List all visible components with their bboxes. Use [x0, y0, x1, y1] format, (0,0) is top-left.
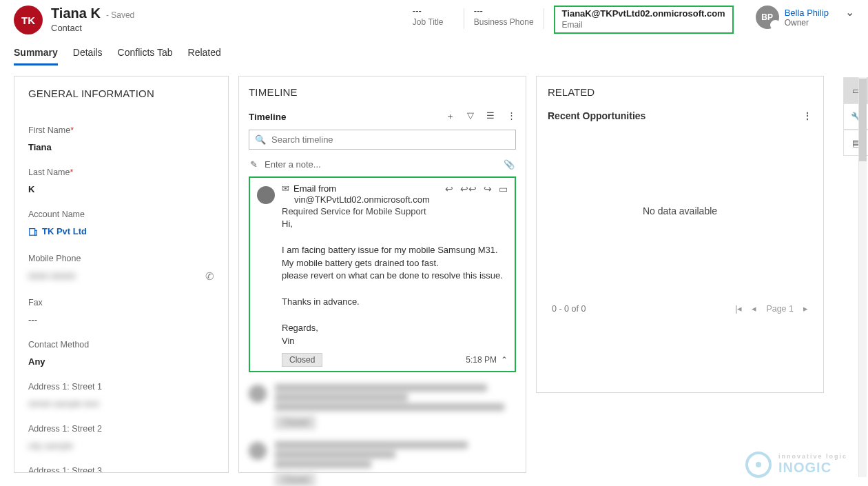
- header-separator: [544, 8, 544, 29]
- reply-all-icon[interactable]: ↩↩: [460, 183, 477, 194]
- email-time: 5:18 PM: [466, 355, 497, 365]
- contact-method-value: Any: [28, 356, 214, 367]
- related-more-icon[interactable]: ⋮: [803, 110, 812, 121]
- addr1-street1-value: street sample text: [28, 398, 99, 409]
- envelope-icon: ✉: [282, 183, 289, 194]
- timeline-email-card[interactable]: ✉ Email from ↩ ↩↩ ↪ ▭ vin@TKPvtLtd02.onm…: [249, 176, 516, 372]
- mobile-phone-field[interactable]: Mobile Phone 0000 00000 ✆: [28, 254, 214, 283]
- business-phone-field[interactable]: --- Business Phone: [474, 6, 534, 27]
- search-input[interactable]: [271, 134, 510, 145]
- tab-summary[interactable]: Summary: [14, 47, 58, 65]
- email-from-label: Email from: [293, 183, 336, 194]
- related-section-title: RELATED: [548, 86, 812, 98]
- job-title-field[interactable]: --- Job Title: [413, 6, 454, 27]
- related-panel: RELATED Recent Opportunities ⋮ No data a…: [536, 76, 824, 393]
- reply-icon[interactable]: ↩: [445, 183, 453, 194]
- content-row: GENERAL INFORMATION First Name* Tiana La…: [0, 66, 868, 473]
- general-section-title: GENERAL INFORMATION: [28, 88, 214, 99]
- timeline-item-blurred[interactable]: Closed: [249, 439, 516, 486]
- entity-type: Contact: [51, 23, 134, 33]
- account-name-label: Account Name: [28, 210, 214, 219]
- email-from-address: vin@TKPvtLtd02.onmicrosoft.com: [282, 194, 508, 205]
- tab-details[interactable]: Details: [73, 47, 103, 65]
- header-separator: [464, 8, 464, 29]
- owner-avatar: BP: [756, 6, 779, 29]
- contact-avatar: TK: [14, 6, 43, 34]
- related-pager: 0 - 0 of 0 |◂ ◂ Page 1 ▸: [548, 301, 812, 316]
- collapse-icon[interactable]: ⌃: [501, 355, 508, 365]
- job-title-value: ---: [413, 6, 454, 16]
- business-phone-value: ---: [474, 6, 534, 16]
- pager-first-icon[interactable]: |◂: [735, 303, 742, 314]
- email-label: Email: [562, 20, 725, 30]
- more-timeline-icon[interactable]: ⋮: [507, 110, 516, 123]
- account-link[interactable]: TK Pvt Ltd: [28, 226, 87, 236]
- last-name-value: K: [28, 184, 214, 194]
- sender-avatar: [257, 186, 275, 204]
- expand-header-icon[interactable]: ⌄: [845, 6, 854, 19]
- email-value: TianaK@TKPvtLtd02.onmicrosoft.com: [562, 8, 725, 19]
- logo-ring-icon: [745, 452, 772, 478]
- sort-icon[interactable]: ☰: [486, 110, 495, 123]
- pager-range: 0 - 0 of 0: [552, 304, 586, 314]
- filter-icon[interactable]: ▽: [467, 110, 474, 123]
- related-empty-text: No data available: [548, 121, 812, 301]
- last-name-field[interactable]: Last Name* K: [28, 168, 214, 194]
- addr1-street1-field[interactable]: Address 1: Street 1 street sample text: [28, 382, 214, 409]
- contact-name: Tiana K: [51, 6, 101, 21]
- svg-rect-1: [35, 230, 37, 235]
- addr1-street2-label: Address 1: Street 2: [28, 424, 214, 434]
- owner-name[interactable]: Bella Philip: [785, 8, 829, 18]
- title-block: Tiana K - Saved Contact: [51, 6, 134, 33]
- owner-role-label: Owner: [785, 18, 829, 28]
- scrollbar-thumb[interactable]: [859, 79, 867, 161]
- watermark-logo: innovative logicINOGIC: [745, 452, 847, 478]
- first-name-field[interactable]: First Name* Tiana: [28, 125, 214, 152]
- addr1-street1-label: Address 1: Street 1: [28, 382, 214, 392]
- timeline-section-title: TIMELINE: [249, 86, 516, 98]
- job-title-label: Job Title: [413, 17, 454, 27]
- mobile-phone-value: 0000 00000: [28, 271, 76, 281]
- phone-icon[interactable]: ✆: [205, 270, 214, 283]
- form-tabs: Summary Details Conflicts Tab Related: [0, 34, 868, 66]
- addr1-street3-label: Address 1: Street 3: [28, 466, 214, 474]
- note-input[interactable]: Enter a note...: [265, 159, 321, 170]
- account-name-field[interactable]: Account Name TK Pvt Ltd: [28, 210, 214, 239]
- addr1-street2-field[interactable]: Address 1: Street 2 city sample: [28, 424, 214, 451]
- timeline-item-blurred[interactable]: Closed: [249, 382, 516, 429]
- attachment-icon[interactable]: 📎: [504, 159, 515, 170]
- header-fields: --- Job Title --- Business Phone TianaK@…: [413, 6, 854, 34]
- account-icon: [28, 227, 38, 236]
- first-name-label: First Name: [28, 125, 70, 135]
- mobile-phone-label: Mobile Phone: [28, 254, 214, 263]
- last-name-label: Last Name: [28, 168, 70, 177]
- pager-next-icon[interactable]: ▸: [803, 303, 808, 314]
- email-status-chip: Closed: [282, 353, 322, 367]
- search-icon: 🔍: [255, 134, 266, 145]
- tab-conflicts[interactable]: Conflicts Tab: [118, 47, 173, 65]
- contact-method-field[interactable]: Contact Method Any: [28, 340, 214, 367]
- fax-field[interactable]: Fax ---: [28, 298, 214, 325]
- vertical-scrollbar[interactable]: [858, 77, 867, 477]
- pager-page-label: Page 1: [766, 304, 794, 314]
- pager-prev-icon[interactable]: ◂: [752, 303, 756, 314]
- add-activity-icon[interactable]: ＋: [446, 110, 455, 123]
- contact-method-label: Contact Method: [28, 340, 214, 350]
- forward-icon[interactable]: ↪: [484, 183, 492, 194]
- tab-related[interactable]: Related: [188, 47, 221, 65]
- record-header: TK Tiana K - Saved Contact --- Job Title…: [0, 0, 868, 34]
- addr1-street2-value: city sample: [28, 441, 73, 451]
- timeline-search[interactable]: 🔍: [249, 130, 516, 150]
- general-panel: GENERAL INFORMATION First Name* Tiana La…: [14, 76, 229, 473]
- open-record-icon[interactable]: ▭: [499, 183, 508, 194]
- svg-rect-0: [30, 228, 35, 235]
- email-field-highlight[interactable]: TianaK@TKPvtLtd02.onmicrosoft.com Email: [554, 6, 734, 34]
- fax-label: Fax: [28, 298, 214, 307]
- owner-block[interactable]: BP Bella Philip Owner: [756, 6, 829, 29]
- addr1-street3-field[interactable]: Address 1: Street 3: [28, 466, 214, 474]
- email-subject: Required Service for Mobile Support: [282, 206, 508, 216]
- first-name-value: Tiana: [28, 142, 214, 152]
- timeline-subheader: Timeline: [249, 112, 287, 122]
- business-phone-label: Business Phone: [474, 17, 534, 27]
- timeline-panel: TIMELINE Timeline ＋ ▽ ☰ ⋮ 🔍 ✎ Enter a no…: [238, 76, 526, 473]
